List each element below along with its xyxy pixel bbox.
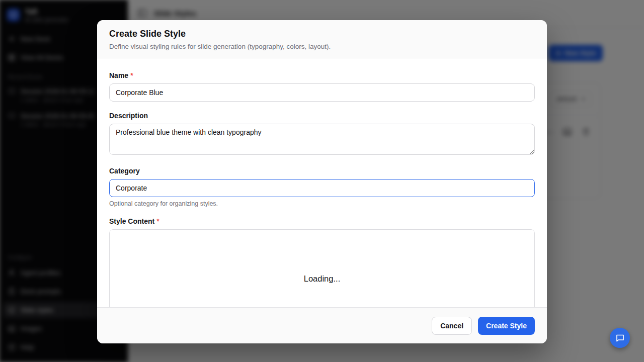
category-input[interactable] xyxy=(109,179,535,197)
description-label: Description xyxy=(109,112,148,120)
dialog-body: Name * Description Professional blue the… xyxy=(97,58,547,307)
description-textarea[interactable]: Professional blue theme with clean typog… xyxy=(109,124,535,155)
loading-text: Loading... xyxy=(304,274,340,284)
dialog-title: Create Slide Style xyxy=(109,29,535,39)
chat-launcher-button[interactable] xyxy=(610,328,630,348)
name-input[interactable] xyxy=(109,83,535,102)
dialog-header: Create Slide Style Define visual styling… xyxy=(97,20,547,58)
required-asterisk: * xyxy=(156,217,159,225)
style-content-editor[interactable]: Loading... xyxy=(109,229,535,307)
category-helper-text: Optional category for organizing styles. xyxy=(109,200,535,207)
name-field: Name * xyxy=(109,71,535,102)
dialog-subtitle: Define visual styling rules for slide ge… xyxy=(109,43,535,50)
style-content-field: Style Content * Loading... xyxy=(109,217,535,307)
create-style-button[interactable]: Create Style xyxy=(478,317,535,335)
cancel-button[interactable]: Cancel xyxy=(432,317,472,335)
category-label: Category xyxy=(109,167,140,175)
dialog-footer: Cancel Create Style xyxy=(97,307,547,343)
style-content-label: Style Content xyxy=(109,217,154,225)
name-label: Name xyxy=(109,71,128,79)
chat-bubble-icon xyxy=(615,333,625,342)
description-field: Description Professional blue theme with… xyxy=(109,112,535,157)
category-field: Category Optional category for organizin… xyxy=(109,167,535,207)
create-slide-style-dialog: Create Slide Style Define visual styling… xyxy=(97,20,547,343)
required-asterisk: * xyxy=(130,71,133,79)
